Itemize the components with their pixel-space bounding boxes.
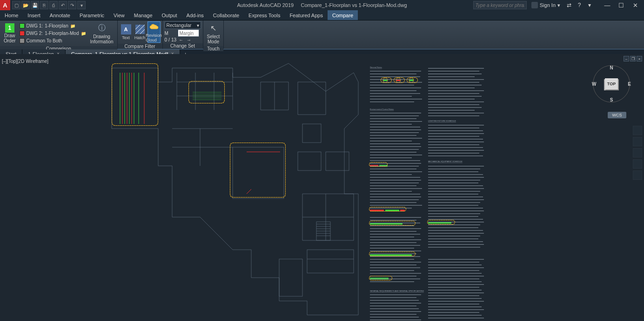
help-dropdown-icon[interactable]: ▾ <box>585 1 594 9</box>
panel-touch-title: Touch <box>203 46 224 51</box>
nav-prev-button[interactable]: ← <box>178 37 184 42</box>
nav-next-button[interactable]: → <box>186 37 192 42</box>
svg-rect-118 <box>370 281 414 282</box>
tab-collaborate[interactable]: Collaborate <box>208 10 244 20</box>
viewport-label[interactable]: [–][Top][2D Wireframe] <box>2 59 48 64</box>
vp-restore-icon[interactable]: ❐ <box>630 56 636 61</box>
qat-save-icon[interactable]: 💾 <box>31 1 39 9</box>
comparison-legend: DWG 1: 1-Floorplan 📁 DWG 2: 1-Floorplan-… <box>19 22 87 44</box>
wcs-dropdown[interactable]: WCS <box>608 112 626 118</box>
svg-rect-109 <box>370 256 420 257</box>
filter-revision-cloud-button[interactable]: Revision Cloud <box>148 21 161 43</box>
svg-rect-87 <box>370 188 422 189</box>
tab-manage[interactable]: Manage <box>129 10 157 20</box>
viewcube[interactable]: N S E W TOP <box>593 65 630 102</box>
vp-close-icon[interactable]: × <box>637 56 642 61</box>
close-button[interactable]: ✕ <box>628 0 642 10</box>
select-mode-button[interactable]: ↖ Select Mode <box>205 21 222 45</box>
svg-rect-105 <box>370 245 420 246</box>
folder-icon[interactable]: 📁 <box>81 31 87 36</box>
dwg1-row[interactable]: DWG 1: 1-Floorplan 📁 <box>19 22 87 29</box>
qat-plot-icon[interactable]: ⎙ <box>49 1 58 9</box>
app-logo[interactable]: A <box>0 0 10 10</box>
shape-dropdown[interactable]: Rectangular ▾ <box>165 21 201 29</box>
viewcube-top-face[interactable]: TOP <box>605 78 618 89</box>
svg-rect-162 <box>428 174 483 175</box>
svg-rect-95 <box>370 217 421 218</box>
dwg2-row[interactable]: DWG 2: 1-Floorplan-Mod 📁 <box>19 30 87 37</box>
ribbon-tabs: Home Insert Annotate Parametric View Man… <box>0 10 644 20</box>
search-input[interactable] <box>473 1 527 9</box>
svg-rect-166 <box>428 185 483 186</box>
panel-filter-title: Compare Filter <box>118 44 162 49</box>
exchange-icon[interactable]: ⇄ <box>565 1 573 9</box>
svg-rect-165 <box>428 183 478 183</box>
svg-rect-188 <box>428 247 480 247</box>
svg-rect-123 <box>370 306 416 306</box>
nav-zoom-icon[interactable] <box>633 148 642 157</box>
nav-showmotion-icon[interactable] <box>633 171 642 180</box>
qat-redo-icon[interactable]: ↷ <box>68 1 76 9</box>
tab-output[interactable]: Output <box>157 10 182 20</box>
drawing-info-label: Drawing Information <box>90 34 114 44</box>
svg-rect-36 <box>385 210 399 212</box>
tab-featured-apps[interactable]: Featured Apps <box>285 10 328 20</box>
svg-rect-55 <box>370 90 416 91</box>
svg-rect-92 <box>370 202 416 203</box>
vp-minimize-icon[interactable]: – <box>624 56 629 61</box>
viewcube-south[interactable]: S <box>610 97 613 102</box>
svg-rect-199 <box>428 287 479 287</box>
filter-text-label: Text <box>122 35 130 40</box>
qat-open-icon[interactable]: 📂 <box>21 1 30 9</box>
qat-new-icon[interactable]: ▢ <box>12 1 20 9</box>
drawing-canvas[interactable]: General Notes Environmental Control Note… <box>0 54 644 321</box>
svg-rect-117 <box>370 279 420 279</box>
svg-rect-180 <box>428 225 480 225</box>
tab-compare[interactable]: Compare <box>328 10 358 20</box>
margin-input[interactable] <box>178 29 199 37</box>
svg-rect-4 <box>302 124 321 143</box>
svg-rect-181 <box>428 227 478 228</box>
common-row[interactable]: Common To Both <box>19 37 87 44</box>
maximize-button[interactable]: ☐ <box>614 0 628 10</box>
nav-wheel-icon[interactable] <box>633 126 642 135</box>
svg-rect-131 <box>428 74 482 74</box>
tab-addins[interactable]: Add-ins <box>182 10 208 20</box>
help-icon[interactable]: ? <box>575 1 584 9</box>
signin-button[interactable]: Sign In ▾ <box>529 2 563 8</box>
svg-rect-85 <box>370 183 419 183</box>
dwg2-file: 1-Floorplan-Mod <box>45 31 79 36</box>
tab-express-tools[interactable]: Express Tools <box>244 10 285 20</box>
filter-text-button[interactable]: A Text <box>120 21 133 43</box>
svg-rect-176 <box>428 213 480 214</box>
draw-order-button[interactable]: 1 Draw Order <box>2 22 18 44</box>
folder-icon[interactable]: 📁 <box>70 23 76 29</box>
viewcube-west[interactable]: W <box>592 82 596 87</box>
tab-view[interactable]: View <box>109 10 129 20</box>
svg-rect-57 <box>370 96 412 96</box>
svg-rect-68 <box>370 135 416 136</box>
svg-rect-94 <box>370 208 412 208</box>
change-set-controls: Rectangular ▾ M 0 / 13 ← → <box>165 21 201 42</box>
tab-parametric[interactable]: Parametric <box>75 10 109 20</box>
qat-undo-icon[interactable]: ↶ <box>59 1 67 9</box>
chevron-down-icon: ▾ <box>557 2 560 8</box>
qat-dropdown-icon[interactable]: ▾ <box>77 1 86 9</box>
svg-rect-93 <box>370 205 422 205</box>
draw-order-label: Draw Order <box>4 33 16 43</box>
viewcube-north[interactable]: N <box>610 65 613 70</box>
viewcube-east[interactable]: E <box>628 82 631 87</box>
svg-rect-155 <box>428 147 483 148</box>
drawing-information-button[interactable]: ⓘ Drawing Information <box>88 21 115 45</box>
svg-rect-202 <box>428 295 479 296</box>
tab-insert[interactable]: Insert <box>23 10 45 20</box>
nav-pan-icon[interactable] <box>633 137 642 146</box>
svg-rect-80 <box>370 169 416 169</box>
tab-home[interactable]: Home <box>0 10 23 20</box>
minimize-button[interactable]: — <box>600 0 614 10</box>
tab-annotate[interactable]: Annotate <box>45 10 75 20</box>
nav-orbit-icon[interactable] <box>633 159 642 169</box>
qat-saveas-icon[interactable]: ⎘ <box>40 1 48 9</box>
filter-hatch-button[interactable]: Hatch <box>134 21 147 43</box>
panel-change-set: Rectangular ▾ M 0 / 13 ← → Change Set <box>163 20 203 49</box>
